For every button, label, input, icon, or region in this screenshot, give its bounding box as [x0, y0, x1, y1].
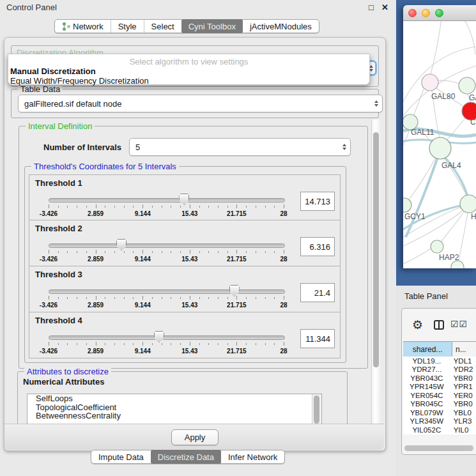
algorithm-option[interactable]: Equal Width/Frequency Discretization: [9, 76, 369, 86]
threshold-slider[interactable]: -3.4262.8599.14415.4321.71528: [49, 288, 284, 307]
thresholds-group: Threshold's Coordinates for 5 Intervals …: [24, 166, 346, 363]
attribute-list-item[interactable]: TopologicalCoefficient: [27, 403, 321, 412]
list-scrollbar-thumb[interactable]: [314, 395, 319, 424]
threshold-value-field[interactable]: 14.713: [300, 192, 335, 211]
number-of-intervals-combobox[interactable]: 5: [129, 138, 351, 156]
threshold-panel: Threshold 3 -3.4262.8599.14415.4321.7152…: [29, 266, 341, 312]
tick-mark: [171, 343, 171, 345]
table-row[interactable]: YDL19...YDL1: [403, 357, 476, 365]
apply-button[interactable]: Apply: [171, 429, 219, 445]
top-tab-bar: NetworkStyleSelectCyni ToolboxjActiveMNo…: [54, 19, 319, 33]
attribute-items: SelfLoopsTopologicalCoefficientBetweenne…: [27, 394, 321, 420]
threshold-value-field[interactable]: 6.316: [300, 237, 335, 256]
column-header-name[interactable]: n...: [452, 342, 476, 357]
scale-label: 28: [280, 302, 287, 309]
table-row[interactable]: YBL079WYBL0: [403, 408, 476, 417]
table-row[interactable]: YBR043CYBR0: [403, 374, 476, 383]
scale-label: 15.43: [181, 256, 197, 263]
scale-label: 2.859: [88, 302, 104, 309]
tick-mark: [218, 206, 219, 208]
threshold-slider[interactable]: -3.4262.8599.14415.4321.71528: [49, 334, 284, 353]
slider-thumb[interactable]: [179, 194, 189, 205]
columns-icon[interactable]: [434, 320, 444, 330]
slider-track[interactable]: [49, 289, 285, 294]
tick-mark: [77, 297, 77, 299]
slider-ticks: [49, 204, 284, 210]
tab-cyni-toolbox[interactable]: Cyni Toolbox: [181, 19, 243, 33]
tick-mark: [199, 343, 200, 345]
list-scrollbar[interactable]: [312, 394, 321, 424]
numerical-attributes-label: Numerical Attributes: [23, 377, 104, 387]
tick-mark: [152, 251, 153, 253]
table-row[interactable]: YIL052CYIL0: [403, 426, 476, 434]
network-canvas[interactable]: GAL80 GA GAL11 C GAL4 GCY1 H HAP2: [403, 21, 476, 268]
slider-thumb[interactable]: [116, 239, 127, 250]
slider-track[interactable]: [49, 335, 285, 340]
tick-mark: [86, 251, 87, 253]
float-window-icon[interactable]: □: [369, 3, 374, 12]
close-panel-icon[interactable]: ✕: [381, 3, 388, 12]
tick-mark: [162, 206, 162, 208]
threshold-slider[interactable]: -3.4262.8599.14415.4321.71528: [49, 196, 284, 215]
tab-network[interactable]: Network: [55, 20, 111, 33]
table-subpanel: ⚙ ☑☑ shared... n... YDL19...YDL1YDR27...…: [401, 308, 476, 455]
gear-icon[interactable]: ⚙: [412, 318, 423, 332]
tick-mark: [49, 250, 49, 254]
table-row[interactable]: YDR27...YDR2: [403, 365, 476, 374]
table-rows: YDL19...YDL1YDR27...YDR2YBR043CYBR0YPR14…: [403, 357, 476, 434]
network-window-titlebar[interactable]: [403, 5, 476, 21]
tab-impute-data[interactable]: Impute Data: [91, 450, 151, 463]
threshold-panel: Threshold 2 -3.4262.8599.14415.4321.7152…: [29, 220, 341, 266]
tick-mark: [105, 343, 105, 345]
slider-track[interactable]: [49, 243, 285, 248]
table-cell: YBR0: [450, 374, 476, 382]
node-label: HAP2: [439, 253, 459, 262]
numerical-attributes-list[interactable]: SelfLoopsTopologicalCoefficientBetweenne…: [27, 394, 322, 424]
table-data-combobox[interactable]: galFiltered.sif default node: [18, 95, 383, 112]
table-header: shared... n...: [403, 341, 476, 357]
slider-thumb[interactable]: [154, 331, 164, 342]
tick-mark: [105, 206, 105, 208]
attribute-list-item[interactable]: BetweennessCentrality: [27, 411, 321, 420]
tab-infer-network[interactable]: Infer Network: [221, 450, 284, 463]
close-traffic-icon[interactable]: [408, 9, 417, 17]
table-row[interactable]: YBR045CYBR0: [403, 400, 476, 409]
tab-discretize-data[interactable]: Discretize Data: [151, 450, 221, 464]
threshold-slider[interactable]: -3.4262.8599.14415.4321.71528: [49, 242, 284, 261]
table-cell: YDR27...: [403, 365, 450, 373]
tick-mark: [58, 343, 59, 345]
slider-track[interactable]: [49, 198, 285, 203]
table-row[interactable]: YLR345WYLR3: [403, 417, 476, 426]
minimize-traffic-icon[interactable]: [422, 9, 430, 17]
viewport-scrollbar-thumb[interactable]: [373, 132, 379, 367]
attribute-list-item[interactable]: SelfLoops: [27, 394, 321, 403]
network-window: GAL80 GA GAL11 C GAL4 GCY1 H HAP2: [403, 5, 476, 268]
tick-mark: [284, 250, 284, 254]
tick-mark: [236, 342, 237, 346]
column-header-shared-name[interactable]: shared...: [403, 342, 452, 357]
tab-jactivemnodules[interactable]: jActiveMNodules: [243, 20, 319, 33]
interval-definition-title: Interval Definition: [26, 121, 95, 131]
tick-mark: [96, 204, 96, 208]
checkbox-icons[interactable]: ☑☑: [450, 319, 468, 329]
tick-mark: [124, 251, 125, 253]
algorithm-option[interactable]: Manual Discretization: [9, 66, 369, 76]
tick-mark: [190, 204, 190, 208]
table-panel-title: Table Panel: [404, 291, 448, 301]
viewport-scrollbar[interactable]: [371, 119, 380, 424]
horizontal-scrollbar-thumb[interactable]: [404, 445, 473, 451]
node-gal80: [422, 74, 438, 91]
tab-select[interactable]: Select: [144, 20, 181, 33]
table-cell: YER0: [450, 392, 476, 399]
table-row[interactable]: YPR145WYPR1: [403, 383, 476, 392]
zoom-traffic-icon[interactable]: [435, 9, 443, 17]
node-label: C: [470, 118, 476, 127]
threshold-value-field[interactable]: 21.4: [300, 283, 335, 302]
tick-mark: [67, 297, 68, 299]
table-cell: YIL0: [450, 426, 476, 434]
slider-thumb[interactable]: [229, 285, 240, 296]
table-panel-area: Table Panel ⚙ ☑☑ shared... n... YDL19...…: [396, 286, 476, 476]
tab-style[interactable]: Style: [111, 20, 144, 33]
threshold-value-field[interactable]: 11.344: [300, 329, 335, 348]
table-row[interactable]: YER054CYER0: [403, 391, 476, 400]
